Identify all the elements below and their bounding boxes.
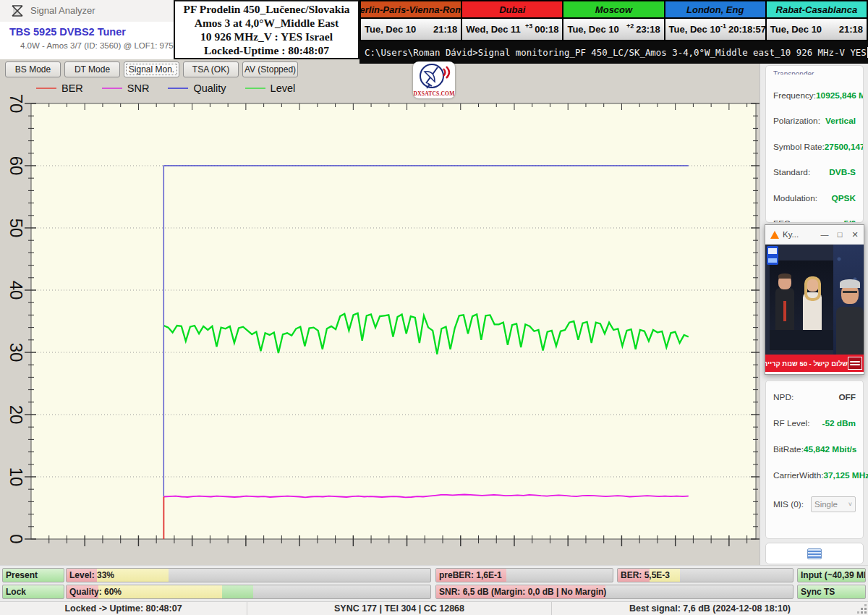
tuner-panel: TBS 5925 DVBS2 Tuner 4.0W - Amos 3/7 (ID… bbox=[0, 22, 174, 59]
vlc-titlebar[interactable]: Ky... — □ ✕ bbox=[765, 225, 864, 245]
clipped-transponder-row: Transponder bbox=[773, 69, 856, 75]
signal-info-card: NPD:OFF RF Level:-52 dBm BitRate:45,842 … bbox=[765, 380, 864, 539]
list-icon bbox=[807, 548, 822, 559]
clock-utc-offset: -1 bbox=[720, 22, 726, 30]
dxsatcs-logo: DXSATCS.COM bbox=[413, 62, 455, 98]
stream-list-button[interactable] bbox=[765, 543, 864, 564]
npd-label: NPD: bbox=[773, 392, 793, 402]
close-button[interactable]: ✕ bbox=[848, 230, 861, 239]
guest-hair bbox=[840, 279, 860, 288]
standard-label: Standard: bbox=[773, 167, 810, 177]
clock-utc-offset: +3 bbox=[525, 22, 532, 30]
bitrate-value: 45,842 Mbit/s bbox=[804, 444, 856, 454]
clock-time: 20:18:57 bbox=[728, 24, 766, 35]
clock-time: 21:18 bbox=[839, 24, 863, 35]
minimize-button[interactable]: — bbox=[818, 230, 831, 239]
chart-legend: BERSNRQualityLevel bbox=[36, 82, 314, 94]
clock-rabat: Rabat-Casablanca Tue, Dec 10 21:18 bbox=[767, 1, 867, 40]
svg-text:60: 60 bbox=[7, 156, 26, 176]
clock-date: Tue, Dec 10 bbox=[770, 24, 837, 35]
news-ticker-banner: שלום קישל - 50 שנות קריירה עיתונאית bbox=[765, 355, 864, 372]
modulation-value: QPSK bbox=[832, 193, 856, 203]
mis-selected-value: Single bbox=[814, 500, 848, 509]
video-frame[interactable] bbox=[765, 245, 864, 355]
sync-ts-indicator: Sync TS bbox=[797, 585, 866, 599]
frequency-value: 10925,846 MHz bbox=[816, 90, 864, 101]
symbol-rate-label: Symbol Rate: bbox=[773, 142, 825, 152]
clock-date: Tue, Dec 10 bbox=[669, 24, 720, 35]
rf-level-label: RF Level: bbox=[773, 418, 809, 428]
legend-item: Quality bbox=[168, 82, 226, 94]
statusbar-best-signal: Best signal: 7,6 dB (2024-12-08 18:10) bbox=[552, 602, 868, 615]
anchor-tie bbox=[783, 301, 786, 321]
app-bowtie-icon bbox=[12, 5, 23, 17]
tab-dt-mode[interactable]: DT Mode bbox=[64, 62, 120, 77]
tab-av[interactable]: AV (Stopped) bbox=[242, 62, 298, 77]
guest-body bbox=[836, 307, 864, 355]
transponder-info-card: Transponder Frequency:10925,846 MHz Pola… bbox=[765, 65, 864, 223]
snr-meter: SNR: 6,5 dB (Margin: 0,0 dB | No Margin) bbox=[435, 585, 793, 599]
chevron-down-icon: ˅ bbox=[848, 501, 852, 508]
statusbar-uptime: Locked -> Uptime: 80:48:07 bbox=[0, 602, 247, 615]
signal-analyzer-app: Signal Analyzer TBS 5925 DVBS2 Tuner 4.0… bbox=[0, 0, 868, 615]
signal-meters-panel: Present Level: 33% preBER: 1,6E-1 BER: 5… bbox=[0, 565, 868, 601]
svg-text:10: 10 bbox=[7, 467, 26, 487]
statusbar-sync-counts: SYNC 177 | TEI 304 | CC 12868 bbox=[247, 602, 552, 615]
clock-moscow: Moscow Tue, Dec 10 +2 23:18 bbox=[563, 1, 663, 40]
anchor-woman-hair bbox=[804, 276, 821, 301]
tab-signal-mon[interactable]: Signal Mon. bbox=[124, 62, 179, 77]
clock-time: 21:18 bbox=[433, 24, 457, 35]
maximize-button[interactable]: □ bbox=[833, 230, 846, 239]
svg-text:30: 30 bbox=[7, 343, 26, 362]
tab-tsa[interactable]: TSA (OK) bbox=[183, 62, 239, 77]
command-prompt-text: C:\Users\Roman Dávid>Signal monitoring_P… bbox=[365, 47, 867, 58]
level-meter: Level: 33% bbox=[66, 568, 431, 582]
polarization-value: Vertical bbox=[825, 116, 856, 126]
frequency-label: Frequency: bbox=[773, 90, 816, 101]
clock-date: Tue, Dec 10 bbox=[365, 24, 431, 35]
svg-text:40: 40 bbox=[7, 281, 26, 300]
legend-item: Level bbox=[245, 82, 296, 94]
banner-headline: שלום קישל - 50 שנות קריירה עיתונאית bbox=[765, 360, 848, 368]
signal-chart: BERSNRQualityLevel 010203040506070 bbox=[0, 80, 760, 567]
clock-date: Wed, Dec 11 bbox=[466, 24, 525, 35]
clock-dubai: Dubai Wed, Dec 11 +3 00:18 bbox=[462, 1, 562, 40]
vlc-player-window: Ky... — □ ✕ שלום קישל - 50 שנו bbox=[765, 224, 864, 375]
studio-desk bbox=[770, 330, 833, 350]
resize-grip[interactable] bbox=[864, 611, 867, 614]
statusbar: Locked -> Uptime: 80:48:07 SYNC 177 | TE… bbox=[0, 601, 868, 615]
input-indicator: Input (~40,39 Mbps) bbox=[797, 568, 866, 582]
clock-city-label: Dubai bbox=[462, 1, 562, 19]
svg-text:0: 0 bbox=[7, 534, 26, 543]
npd-value: OFF bbox=[838, 392, 856, 402]
modulation-label: Modulation: bbox=[773, 193, 817, 203]
svg-text:50: 50 bbox=[7, 219, 26, 238]
quality-meter: Quality: 60% bbox=[66, 585, 431, 599]
clock-city-label: Moscow bbox=[563, 1, 663, 19]
anchor-man-hair bbox=[778, 273, 791, 279]
tab-bs-mode[interactable]: BS Mode bbox=[5, 62, 61, 77]
clock-time: 23:18 bbox=[636, 24, 660, 35]
clock-city-label: Rabat-Casablanca bbox=[767, 1, 867, 19]
satellite-dish-icon bbox=[413, 62, 455, 90]
fec-value: 5/6 bbox=[844, 219, 856, 223]
standard-value: DVB-S bbox=[829, 167, 856, 177]
fec-label: FEC: bbox=[773, 219, 793, 223]
bitrate-label: BitRate: bbox=[773, 444, 804, 454]
command-prompt-window[interactable]: C:\Users\Roman Dávid>Signal monitoring_P… bbox=[359, 41, 868, 64]
mis-label: MIS (0): bbox=[773, 499, 804, 509]
vlc-cone-icon bbox=[770, 231, 779, 239]
clock-utc-offset: +2 bbox=[626, 22, 634, 30]
dxsatcs-logo-text: DXSATCS.COM bbox=[413, 90, 455, 97]
clock-london: London, Eng Tue, Dec 10 -1 20:18:57 bbox=[665, 1, 765, 40]
legend-item: SNR bbox=[102, 82, 150, 94]
svg-text:70: 70 bbox=[7, 94, 26, 114]
rf-level-value: -52 dBm bbox=[822, 418, 856, 428]
svg-text:20: 20 bbox=[7, 405, 26, 425]
header-line-4: Locked-Uptime : 80:48:07 bbox=[175, 43, 358, 57]
broadcaster-logo bbox=[848, 357, 862, 370]
window-title: Signal Analyzer bbox=[30, 5, 95, 16]
clock-date: Tue, Dec 10 bbox=[567, 24, 626, 35]
clock-time: 00:18 bbox=[535, 24, 558, 35]
mis-dropdown[interactable]: Single ˅ bbox=[811, 496, 856, 512]
